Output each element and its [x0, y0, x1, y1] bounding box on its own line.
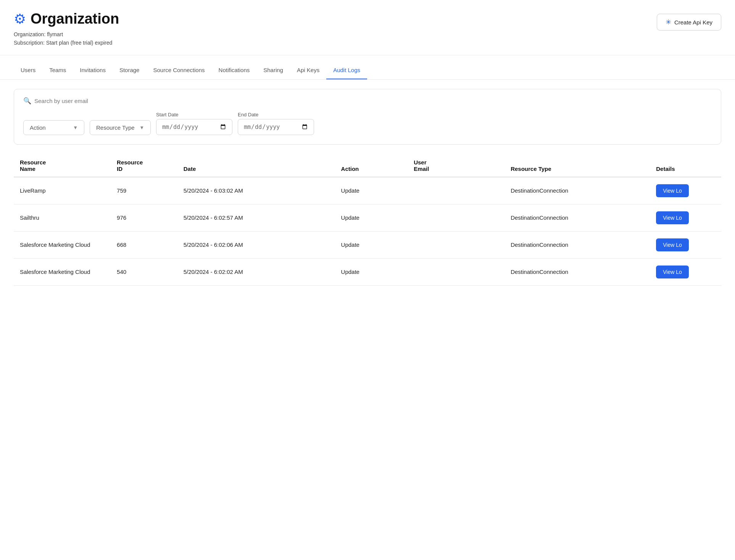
col-header-resource-type: Resource Type [505, 155, 650, 177]
view-log-button[interactable]: View Lo [656, 184, 689, 197]
asterisk-icon: ✳ [666, 18, 671, 26]
view-log-button[interactable]: View Lo [656, 266, 689, 278]
cell-resource-name: Sailthru [14, 204, 111, 231]
cell-date: 5/20/2024 - 6:02:57 AM [177, 204, 335, 231]
view-log-button[interactable]: View Lo [656, 238, 689, 251]
table-row: Sailthru 976 5/20/2024 - 6:02:57 AM Upda… [14, 204, 721, 231]
action-dropdown[interactable]: Action ▼ [23, 120, 84, 135]
col-header-resource-id: ResourceID [111, 155, 177, 177]
cell-resource-name: LiveRamp [14, 177, 111, 204]
col-header-action: Action [335, 155, 408, 177]
table-row: Salesforce Marketing Cloud 668 5/20/2024… [14, 231, 721, 258]
tab-teams[interactable]: Teams [42, 61, 73, 79]
resource-type-label: Resource Type [96, 124, 135, 131]
table-header-row: ResourceName ResourceID Date Action User… [14, 155, 721, 177]
resource-type-dropdown[interactable]: Resource Type ▼ [90, 120, 151, 135]
cell-resource-id: 540 [111, 258, 177, 285]
end-date-group: End Date [238, 112, 314, 135]
cell-resource-id: 976 [111, 204, 177, 231]
cell-resource-type: DestinationConnection [505, 231, 650, 258]
page-header: ⚙ Organization Organization: flymart Sub… [0, 0, 735, 55]
tab-sharing[interactable]: Sharing [256, 61, 290, 79]
table-row: Salesforce Marketing Cloud 540 5/20/2024… [14, 258, 721, 285]
view-log-button[interactable]: View Lo [656, 211, 689, 224]
cell-user-email [408, 258, 505, 285]
tab-users[interactable]: Users [14, 61, 42, 79]
col-header-date: Date [177, 155, 335, 177]
start-date-label: Start Date [156, 112, 232, 117]
cell-date: 5/20/2024 - 6:02:02 AM [177, 258, 335, 285]
action-label: Action [30, 124, 46, 131]
cell-action: Update [335, 204, 408, 231]
cell-user-email [408, 204, 505, 231]
org-subtitle: Organization: flymart Subscription: Star… [14, 30, 119, 47]
content-area: 🔍 Action ▼ Resource Type ▼ Start Date En… [0, 80, 735, 295]
tab-api-keys[interactable]: Api Keys [290, 61, 326, 79]
end-date-label: End Date [238, 112, 314, 117]
gear-icon: ⚙ [14, 11, 26, 27]
cell-details: View Lo [650, 258, 721, 285]
filter-container: 🔍 Action ▼ Resource Type ▼ Start Date En… [14, 89, 721, 145]
col-header-resource-name: ResourceName [14, 155, 111, 177]
title-row: ⚙ Organization [14, 11, 119, 27]
cell-details: View Lo [650, 204, 721, 231]
cell-details: View Lo [650, 177, 721, 204]
start-date-input[interactable] [156, 119, 232, 135]
cell-resource-id: 668 [111, 231, 177, 258]
start-date-group: Start Date [156, 112, 232, 135]
cell-resource-name: Salesforce Marketing Cloud [14, 231, 111, 258]
tab-source-connections[interactable]: Source Connections [146, 61, 211, 79]
tab-invitations[interactable]: Invitations [73, 61, 113, 79]
col-header-details: Details [650, 155, 721, 177]
filters-row: Action ▼ Resource Type ▼ Start Date End … [23, 112, 712, 135]
audit-log-table: ResourceName ResourceID Date Action User… [14, 155, 721, 286]
chevron-down-icon: ▼ [139, 125, 144, 130]
header-left: ⚙ Organization Organization: flymart Sub… [14, 11, 119, 47]
col-header-user-email: UserEmail [408, 155, 505, 177]
search-row: 🔍 [23, 97, 712, 105]
cell-resource-type: DestinationConnection [505, 177, 650, 204]
org-name: Organization: flymart [14, 30, 119, 39]
cell-date: 5/20/2024 - 6:03:02 AM [177, 177, 335, 204]
create-api-key-button[interactable]: ✳ Create Api Key [657, 14, 721, 31]
cell-action: Update [335, 177, 408, 204]
create-api-key-label: Create Api Key [674, 19, 712, 26]
cell-action: Update [335, 231, 408, 258]
audit-log-table-container: ResourceName ResourceID Date Action User… [14, 155, 721, 286]
cell-date: 5/20/2024 - 6:02:06 AM [177, 231, 335, 258]
subscription-info: Subscription: Start plan (free trial) ex… [14, 39, 119, 47]
end-date-input[interactable] [238, 119, 314, 135]
cell-user-email [408, 231, 505, 258]
cell-user-email [408, 177, 505, 204]
chevron-down-icon: ▼ [73, 125, 78, 130]
cell-resource-type: DestinationConnection [505, 258, 650, 285]
tab-notifications[interactable]: Notifications [212, 61, 257, 79]
tab-audit-logs[interactable]: Audit Logs [326, 61, 367, 79]
cell-action: Update [335, 258, 408, 285]
search-input[interactable] [34, 98, 149, 104]
cell-resource-id: 759 [111, 177, 177, 204]
cell-resource-name: Salesforce Marketing Cloud [14, 258, 111, 285]
page-title: Organization [31, 11, 119, 27]
search-icon: 🔍 [23, 97, 31, 105]
cell-resource-type: DestinationConnection [505, 204, 650, 231]
table-row: LiveRamp 759 5/20/2024 - 6:03:02 AM Upda… [14, 177, 721, 204]
tab-storage[interactable]: Storage [113, 61, 147, 79]
tabs-bar: Users Teams Invitations Storage Source C… [0, 61, 735, 80]
cell-details: View Lo [650, 231, 721, 258]
